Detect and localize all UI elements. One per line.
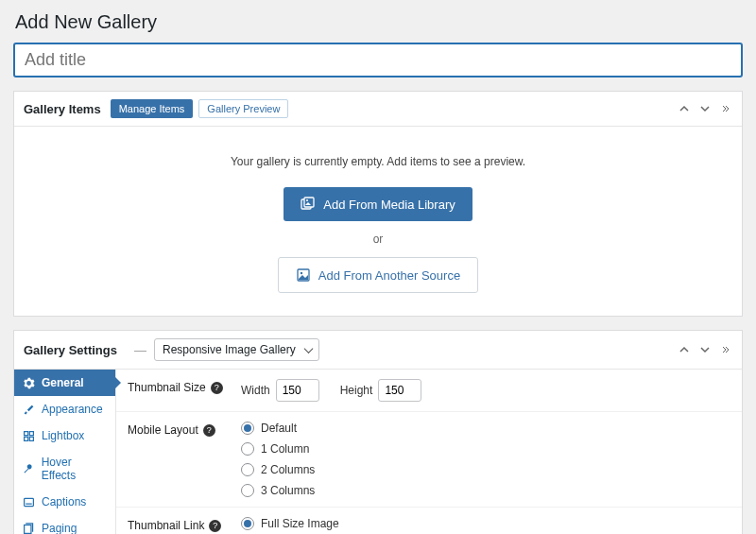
radio-icon: [241, 442, 254, 456]
radio-icon: [241, 463, 254, 476]
panel-toggle-icon[interactable]: [719, 343, 732, 356]
help-icon[interactable]: ?: [211, 382, 223, 394]
panel-move-up-icon[interactable]: [678, 102, 691, 115]
brush-icon: [22, 403, 35, 416]
tab-label: Hover Effects: [42, 456, 108, 482]
svg-point-4: [301, 272, 302, 274]
svg-point-2: [306, 199, 308, 201]
thumbnail-height-input[interactable]: [378, 379, 421, 402]
panel-toggle-icon[interactable]: [719, 102, 732, 115]
title-input[interactable]: [13, 43, 743, 78]
grid-icon: [22, 429, 35, 442]
add-media-label: Add From Media Library: [323, 198, 455, 212]
wrench-icon: [22, 462, 35, 475]
dash-separator: —: [134, 343, 146, 357]
tab-captions[interactable]: Captions: [14, 489, 115, 515]
settings-tabs: General Appearance Lightbox Hover Effect…: [14, 370, 116, 534]
add-from-media-library-button[interactable]: Add From Media Library: [284, 187, 472, 221]
add-other-label: Add From Another Source: [318, 268, 460, 283]
radio-icon: [241, 517, 254, 530]
panel-move-down-icon[interactable]: [698, 102, 712, 115]
tab-label: Appearance: [42, 403, 103, 416]
gallery-items-panel: Gallery Items Manage Items Gallery Previ…: [13, 91, 743, 317]
svg-rect-8: [29, 437, 33, 440]
help-icon[interactable]: ?: [209, 520, 221, 532]
tab-gallery-preview[interactable]: Gallery Preview: [198, 99, 288, 118]
tab-lightbox[interactable]: Lightbox: [14, 422, 115, 449]
svg-rect-7: [24, 437, 27, 440]
thumbnail-link-label: Thumbnail Link: [128, 519, 204, 532]
tab-appearance[interactable]: Appearance: [14, 396, 115, 422]
help-icon[interactable]: ?: [203, 424, 215, 437]
paging-icon: [22, 522, 35, 534]
thumb-link-option-full[interactable]: Full Size Image: [241, 517, 730, 530]
mobile-layout-option-1col[interactable]: 1 Column: [241, 442, 730, 456]
empty-message: Your gallery is currently empty. Add ite…: [14, 155, 742, 168]
another-source-icon: [296, 267, 311, 283]
add-from-another-source-button[interactable]: Add From Another Source: [278, 257, 478, 293]
tab-label: Paging: [42, 522, 77, 534]
gallery-settings-label: Gallery Settings: [24, 343, 117, 357]
gallery-template-select[interactable]: Responsive Image Gallery: [154, 338, 319, 361]
svg-rect-5: [24, 431, 27, 435]
tab-label: Captions: [42, 495, 86, 508]
or-divider: or: [14, 233, 742, 246]
radio-icon: [241, 422, 254, 435]
thumbnail-width-input[interactable]: [276, 379, 319, 402]
width-label: Width: [241, 384, 270, 397]
radio-icon: [241, 484, 254, 497]
tab-manage-items[interactable]: Manage Items: [111, 99, 194, 118]
gear-icon: [22, 376, 35, 389]
svg-rect-9: [24, 498, 33, 506]
media-library-icon: [301, 197, 316, 212]
caption-icon: [22, 495, 35, 508]
mobile-layout-option-default[interactable]: Default: [241, 422, 730, 435]
panel-move-down-icon[interactable]: [698, 343, 712, 356]
tab-paging[interactable]: Paging: [14, 515, 115, 534]
svg-rect-11: [24, 525, 30, 533]
page-title: Add New Gallery: [15, 11, 743, 33]
mobile-layout-label: Mobile Layout: [128, 423, 198, 437]
svg-rect-1: [304, 198, 314, 207]
gallery-items-label: Gallery Items: [24, 102, 101, 116]
tab-hover-effects[interactable]: Hover Effects: [14, 449, 115, 489]
height-label: Height: [340, 384, 373, 397]
svg-rect-6: [29, 431, 33, 435]
panel-move-up-icon[interactable]: [678, 343, 691, 356]
mobile-layout-option-2col[interactable]: 2 Columns: [241, 463, 730, 476]
tab-label: General: [42, 376, 84, 389]
mobile-layout-option-3col[interactable]: 3 Columns: [241, 484, 730, 497]
tab-general[interactable]: General: [14, 370, 115, 396]
gallery-settings-panel: Gallery Settings — Responsive Image Gall…: [13, 330, 743, 534]
tab-label: Lightbox: [42, 429, 84, 442]
thumbnail-size-label: Thumbnail Size: [128, 381, 206, 394]
